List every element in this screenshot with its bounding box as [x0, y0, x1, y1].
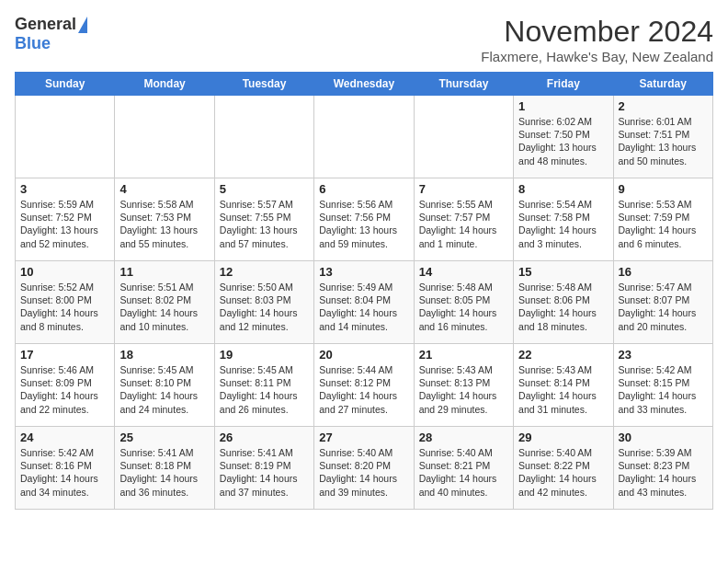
- day-info: Sunrise: 5:54 AM Sunset: 7:58 PM Dayligh…: [518, 198, 608, 250]
- day-number: 16: [619, 265, 708, 279]
- day-header-friday: Friday: [514, 73, 613, 96]
- calendar-cell: 18Sunrise: 5:45 AM Sunset: 8:10 PM Dayli…: [115, 344, 214, 427]
- logo-general-text: General: [15, 15, 76, 34]
- day-number: 5: [220, 182, 309, 196]
- day-number: 21: [419, 348, 508, 362]
- calendar-week-4: 17Sunrise: 5:46 AM Sunset: 8:09 PM Dayli…: [16, 344, 713, 427]
- day-number: 3: [20, 182, 109, 196]
- day-number: 25: [119, 431, 209, 444]
- day-header-sunday: Sunday: [16, 73, 115, 96]
- day-number: 18: [119, 348, 209, 362]
- calendar-body: 1Sunrise: 6:02 AM Sunset: 7:50 PM Daylig…: [16, 96, 713, 510]
- day-number: 23: [619, 348, 708, 362]
- day-header-thursday: Thursday: [414, 73, 513, 96]
- day-number: 15: [518, 265, 608, 279]
- calendar-cell: 19Sunrise: 5:45 AM Sunset: 8:11 PM Dayli…: [214, 344, 313, 427]
- calendar-cell: [16, 96, 115, 178]
- logo-triangle-icon: [78, 17, 87, 33]
- day-info: Sunrise: 5:50 AM Sunset: 8:03 PM Dayligh…: [220, 281, 309, 333]
- day-info: Sunrise: 5:52 AM Sunset: 8:00 PM Dayligh…: [20, 281, 109, 333]
- day-number: 10: [20, 265, 109, 279]
- day-header-tuesday: Tuesday: [214, 73, 313, 96]
- location-subtitle: Flaxmere, Hawke's Bay, New Zealand: [481, 49, 713, 64]
- calendar-cell: 30Sunrise: 5:39 AM Sunset: 8:23 PM Dayli…: [613, 427, 712, 510]
- day-info: Sunrise: 5:47 AM Sunset: 8:07 PM Dayligh…: [619, 281, 708, 333]
- calendar-cell: 23Sunrise: 5:42 AM Sunset: 8:15 PM Dayli…: [613, 344, 712, 427]
- day-info: Sunrise: 5:42 AM Sunset: 8:15 PM Dayligh…: [619, 363, 708, 416]
- day-info: Sunrise: 5:40 AM Sunset: 8:22 PM Dayligh…: [518, 446, 608, 499]
- page-header: General Blue November 2024 Flaxmere, Haw…: [15, 15, 713, 64]
- day-info: Sunrise: 5:51 AM Sunset: 8:02 PM Dayligh…: [119, 281, 209, 333]
- calendar-cell: 8Sunrise: 5:54 AM Sunset: 7:58 PM Daylig…: [514, 178, 613, 261]
- calendar-cell: 12Sunrise: 5:50 AM Sunset: 8:03 PM Dayli…: [214, 261, 313, 344]
- logo: General Blue: [15, 15, 87, 53]
- day-info: Sunrise: 5:42 AM Sunset: 8:16 PM Dayligh…: [20, 446, 109, 499]
- month-title: November 2024: [481, 15, 713, 49]
- title-block: November 2024 Flaxmere, Hawke's Bay, New…: [481, 15, 713, 64]
- calendar-cell: 7Sunrise: 5:55 AM Sunset: 7:57 PM Daylig…: [414, 178, 513, 261]
- day-info: Sunrise: 5:49 AM Sunset: 8:04 PM Dayligh…: [319, 281, 408, 333]
- calendar-cell: 22Sunrise: 5:43 AM Sunset: 8:14 PM Dayli…: [514, 344, 613, 427]
- day-info: Sunrise: 5:48 AM Sunset: 8:06 PM Dayligh…: [518, 281, 608, 333]
- day-info: Sunrise: 5:43 AM Sunset: 8:14 PM Dayligh…: [518, 363, 608, 416]
- day-header-wednesday: Wednesday: [314, 73, 414, 96]
- day-number: 27: [319, 431, 408, 444]
- day-number: 30: [619, 431, 708, 444]
- day-number: 14: [419, 265, 508, 279]
- calendar-cell: 26Sunrise: 5:41 AM Sunset: 8:19 PM Dayli…: [214, 427, 313, 510]
- day-info: Sunrise: 5:43 AM Sunset: 8:13 PM Dayligh…: [419, 363, 508, 416]
- day-number: 22: [518, 348, 608, 362]
- calendar-cell: 2Sunrise: 6:01 AM Sunset: 7:51 PM Daylig…: [613, 96, 712, 178]
- logo-blue-text: Blue: [15, 34, 51, 53]
- day-info: Sunrise: 5:41 AM Sunset: 8:19 PM Dayligh…: [220, 446, 309, 499]
- calendar-cell: 16Sunrise: 5:47 AM Sunset: 8:07 PM Dayli…: [613, 261, 712, 344]
- calendar-cell: 1Sunrise: 6:02 AM Sunset: 7:50 PM Daylig…: [514, 96, 613, 178]
- day-number: 4: [119, 182, 209, 196]
- calendar-cell: 5Sunrise: 5:57 AM Sunset: 7:55 PM Daylig…: [214, 178, 313, 261]
- calendar-cell: 20Sunrise: 5:44 AM Sunset: 8:12 PM Dayli…: [314, 344, 414, 427]
- calendar-cell: 4Sunrise: 5:58 AM Sunset: 7:53 PM Daylig…: [115, 178, 214, 261]
- day-info: Sunrise: 5:55 AM Sunset: 7:57 PM Dayligh…: [419, 198, 508, 250]
- calendar-table: SundayMondayTuesdayWednesdayThursdayFrid…: [15, 72, 713, 510]
- calendar-cell: 6Sunrise: 5:56 AM Sunset: 7:56 PM Daylig…: [314, 178, 414, 261]
- calendar-cell: 27Sunrise: 5:40 AM Sunset: 8:20 PM Dayli…: [314, 427, 414, 510]
- calendar-header-row: SundayMondayTuesdayWednesdayThursdayFrid…: [16, 73, 713, 96]
- day-number: 9: [619, 182, 708, 196]
- calendar-cell: 14Sunrise: 5:48 AM Sunset: 8:05 PM Dayli…: [414, 261, 513, 344]
- day-number: 13: [319, 265, 408, 279]
- calendar-cell: [314, 96, 414, 178]
- calendar-cell: [115, 96, 214, 178]
- day-number: 2: [619, 99, 708, 113]
- day-number: 17: [20, 348, 109, 362]
- calendar-week-3: 10Sunrise: 5:52 AM Sunset: 8:00 PM Dayli…: [16, 261, 713, 344]
- day-info: Sunrise: 5:45 AM Sunset: 8:11 PM Dayligh…: [220, 363, 309, 416]
- day-info: Sunrise: 5:41 AM Sunset: 8:18 PM Dayligh…: [119, 446, 209, 499]
- calendar-week-1: 1Sunrise: 6:02 AM Sunset: 7:50 PM Daylig…: [16, 96, 713, 178]
- day-number: 6: [319, 182, 408, 196]
- calendar-cell: 15Sunrise: 5:48 AM Sunset: 8:06 PM Dayli…: [514, 261, 613, 344]
- day-info: Sunrise: 5:40 AM Sunset: 8:21 PM Dayligh…: [419, 446, 508, 499]
- day-number: 12: [220, 265, 309, 279]
- calendar-cell: 25Sunrise: 5:41 AM Sunset: 8:18 PM Dayli…: [115, 427, 214, 510]
- day-info: Sunrise: 5:46 AM Sunset: 8:09 PM Dayligh…: [20, 363, 109, 416]
- calendar-cell: 24Sunrise: 5:42 AM Sunset: 8:16 PM Dayli…: [16, 427, 115, 510]
- day-header-saturday: Saturday: [613, 73, 712, 96]
- calendar-cell: 13Sunrise: 5:49 AM Sunset: 8:04 PM Dayli…: [314, 261, 414, 344]
- day-info: Sunrise: 5:53 AM Sunset: 7:59 PM Dayligh…: [619, 198, 708, 250]
- day-number: 11: [119, 265, 209, 279]
- day-number: 24: [20, 431, 109, 444]
- day-info: Sunrise: 5:58 AM Sunset: 7:53 PM Dayligh…: [119, 198, 209, 250]
- calendar-cell: 28Sunrise: 5:40 AM Sunset: 8:21 PM Dayli…: [414, 427, 513, 510]
- calendar-cell: [214, 96, 313, 178]
- calendar-cell: 3Sunrise: 5:59 AM Sunset: 7:52 PM Daylig…: [16, 178, 115, 261]
- day-info: Sunrise: 5:39 AM Sunset: 8:23 PM Dayligh…: [619, 446, 708, 499]
- day-number: 7: [419, 182, 508, 196]
- calendar-header: SundayMondayTuesdayWednesdayThursdayFrid…: [16, 73, 713, 96]
- calendar-week-2: 3Sunrise: 5:59 AM Sunset: 7:52 PM Daylig…: [16, 178, 713, 261]
- day-header-monday: Monday: [115, 73, 214, 96]
- day-number: 26: [220, 431, 309, 444]
- day-number: 1: [518, 99, 608, 113]
- day-info: Sunrise: 6:01 AM Sunset: 7:51 PM Dayligh…: [619, 115, 708, 167]
- day-info: Sunrise: 6:02 AM Sunset: 7:50 PM Dayligh…: [518, 115, 608, 167]
- day-number: 19: [220, 348, 309, 362]
